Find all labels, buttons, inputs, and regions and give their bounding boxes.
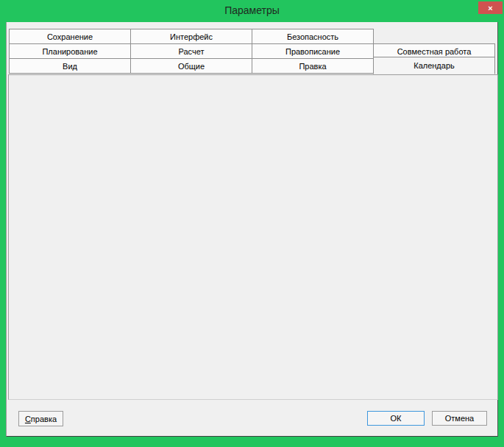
tab-edit[interactable]: Правка: [252, 58, 374, 74]
window-title: Параметры: [0, 4, 504, 16]
tab-calendar[interactable]: Календарь: [373, 57, 495, 74]
tab-security[interactable]: Безопасность: [252, 29, 374, 44]
dialog-body: Сохранение Интерфейс Безопасность Планир…: [6, 22, 498, 437]
calendar-tab-panel: [8, 74, 498, 400]
tab-row-1: Сохранение Интерфейс Безопасность: [9, 29, 497, 44]
titlebar: Параметры ×: [0, 0, 504, 22]
tab-view[interactable]: Вид: [9, 58, 131, 74]
tab-spelling[interactable]: Правописание: [252, 43, 374, 59]
help-button[interactable]: Справка: [18, 411, 63, 426]
tab-strip: Сохранение Интерфейс Безопасность Планир…: [9, 29, 497, 74]
tab-empty-slot: [373, 29, 495, 44]
tab-interface[interactable]: Интерфейс: [130, 29, 252, 44]
tab-row-3: Вид Общие Правка Календарь: [9, 58, 497, 74]
tab-calculation[interactable]: Расчет: [130, 43, 252, 59]
close-icon: ×: [488, 4, 492, 13]
close-button[interactable]: ×: [478, 1, 503, 14]
tab-general[interactable]: Общие: [130, 58, 252, 74]
options-window: Параметры × Сохранение Интерфейс Безопас…: [0, 0, 504, 447]
cancel-button[interactable]: Отмена: [432, 411, 487, 426]
tab-save[interactable]: Сохранение: [9, 29, 131, 44]
ok-button[interactable]: ОК: [367, 411, 425, 426]
tab-planning[interactable]: Планирование: [9, 43, 131, 59]
